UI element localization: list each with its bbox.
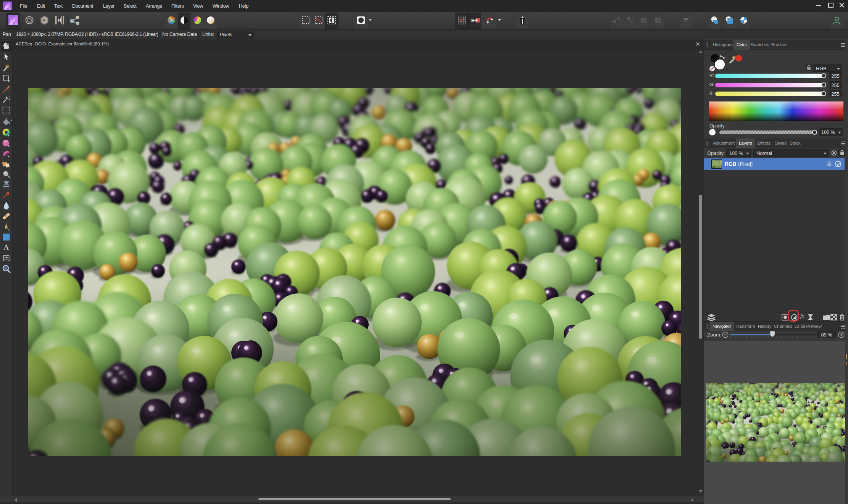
svg-text:A: A	[3, 243, 9, 251]
